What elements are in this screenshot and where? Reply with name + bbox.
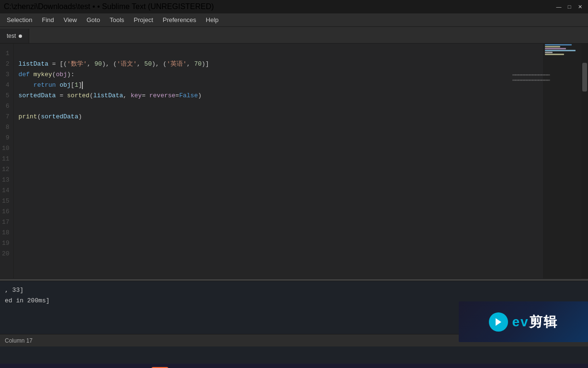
scrollbar-thumb[interactable] [582,63,587,92]
output-line1: , 33] [5,287,23,294]
ev-logo-text: ev剪辑 [512,313,557,331]
menu-project[interactable]: Project [129,14,158,25]
close-button[interactable]: ✕ [576,3,584,10]
tab-label: test [7,33,16,39]
menu-tools[interactable]: Tools [105,14,129,25]
editor-container[interactable]: 1234567891011121314151617181920 listData… [0,44,588,278]
title-text: C:\zhenzi\Downloads\test • • Sublime Tex… [4,2,214,11]
menu-goto[interactable]: Goto [82,14,105,25]
tab-test[interactable]: test [0,29,29,43]
watermark-line2: ━━━━━━━━━━━━━ [512,78,550,83]
output-line2: ed in 200ms] [5,297,50,304]
ev-play-icon [489,312,508,332]
taskbar: ⊞ ○ ⧉ 📁 🌐 ⟳ ℯ S ☁ 23°C 空气优 22 ∧ S 英 · 🎙 … [0,364,588,368]
title-bar: C:\zhenzi\Downloads\test • • Sublime Tex… [0,0,588,13]
code-editor[interactable]: listData = [('数学', 90), ('语文', 50), ('英语… [14,44,543,278]
vertical-scrollbar[interactable] [581,44,588,278]
menu-selection[interactable]: Selection [2,14,37,25]
menu-preferences[interactable]: Preferences [158,14,201,25]
minimize-button[interactable]: — [554,3,563,10]
window-controls: — □ ✕ [554,3,584,10]
column-indicator: Column 17 [5,337,33,344]
watermark: ━━━━━━━━━━━━━ ━━━━━━━━━━━━━ [512,72,550,83]
main-wrapper: 1234567891011121314151617181920 listData… [0,44,588,368]
svg-marker-0 [496,318,501,326]
tab-modified-dot [19,34,22,38]
ev-logo-group: ev剪辑 [512,313,557,331]
tab-bar: test [0,27,588,44]
watermark-line1: ━━━━━━━━━━━━━ [512,72,550,78]
ev-video-overlay: ev剪辑 [459,301,588,342]
menu-view[interactable]: View [59,14,82,25]
line-numbers: 1234567891011121314151617181920 [0,44,14,278]
menu-help[interactable]: Help [201,14,224,25]
maximize-button[interactable]: □ [565,3,574,10]
menu-bar: Selection Find View Goto Tools Project P… [0,13,588,27]
menu-find[interactable]: Find [37,14,58,25]
